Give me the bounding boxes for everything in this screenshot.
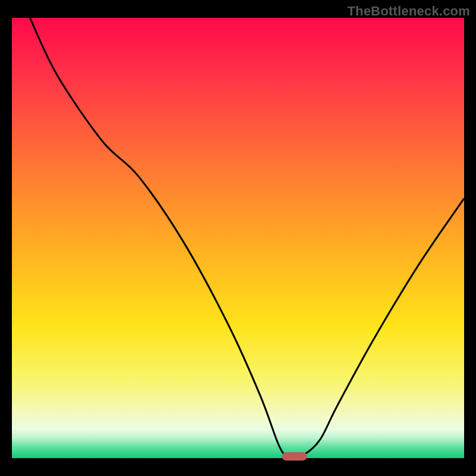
plot-background [12, 18, 464, 458]
watermark-text: TheBottleneck.com [347, 4, 470, 19]
chart-svg [0, 0, 476, 476]
chart-stage: TheBottleneck.com [0, 0, 476, 476]
optimal-marker [282, 452, 307, 461]
